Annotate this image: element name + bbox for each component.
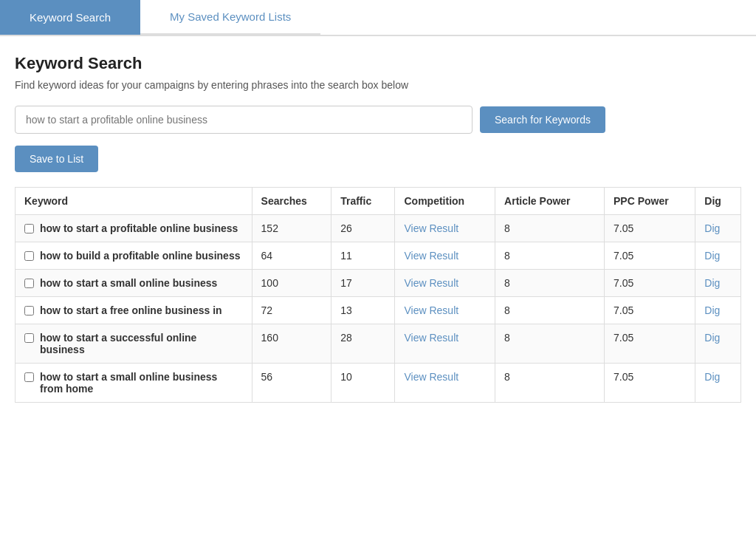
article-power-cell: 8 — [495, 297, 605, 324]
keyword-cell: how to start a small online business — [16, 270, 252, 297]
row-checkbox[interactable] — [24, 372, 34, 382]
traffic-cell: 28 — [331, 324, 395, 364]
table-row: how to start a free online business in 7… — [16, 297, 741, 324]
dig-link[interactable]: Dig — [704, 304, 720, 316]
traffic-cell: 13 — [331, 297, 395, 324]
view-result-link[interactable]: View Result — [404, 332, 458, 344]
ppc-power-cell: 7.05 — [605, 215, 695, 242]
ppc-power-cell: 7.05 — [605, 242, 695, 270]
page-content: Keyword Search Find keyword ideas for yo… — [0, 36, 756, 420]
view-result-link[interactable]: View Result — [404, 277, 458, 289]
keyword-cell: how to start a small online business fro… — [16, 364, 252, 403]
search-input[interactable] — [15, 106, 472, 134]
page-title: Keyword Search — [15, 54, 741, 73]
view-result-link[interactable]: View Result — [404, 222, 458, 234]
search-button[interactable]: Search for Keywords — [480, 106, 605, 133]
searches-cell: 56 — [252, 364, 331, 403]
row-checkbox[interactable] — [24, 306, 34, 316]
dig-link[interactable]: Dig — [704, 371, 720, 383]
keyword-text: how to start a free online business in — [40, 304, 222, 316]
search-row: Search for Keywords — [15, 106, 741, 134]
page-subtitle: Find keyword ideas for your campaigns by… — [15, 79, 741, 91]
keyword-cell: how to build a profitable online busines… — [16, 242, 252, 270]
dig-cell[interactable]: Dig — [695, 364, 741, 403]
keyword-cell: how to start a free online business in — [16, 297, 252, 324]
ppc-power-cell: 7.05 — [605, 324, 695, 364]
article-power-cell: 8 — [495, 324, 605, 364]
ppc-power-cell: 7.05 — [605, 364, 695, 403]
row-checkbox[interactable] — [24, 224, 34, 233]
table-row: how to start a small online business 100… — [16, 270, 741, 297]
dig-cell[interactable]: Dig — [695, 297, 741, 324]
traffic-cell: 26 — [331, 215, 395, 242]
searches-cell: 64 — [252, 242, 331, 270]
dig-cell[interactable]: Dig — [695, 270, 741, 297]
keyword-text: how to build a profitable online busines… — [40, 250, 240, 262]
table-row: how to build a profitable online busines… — [16, 242, 741, 270]
ppc-power-cell: 7.05 — [605, 270, 695, 297]
tabs-container: Keyword Search My Saved Keyword Lists — [0, 0, 756, 36]
dig-cell[interactable]: Dig — [695, 242, 741, 270]
dig-link[interactable]: Dig — [704, 277, 720, 289]
competition-cell[interactable]: View Result — [395, 364, 495, 403]
tab-keyword-search[interactable]: Keyword Search — [0, 0, 140, 35]
row-checkbox[interactable] — [24, 333, 34, 343]
searches-cell: 152 — [252, 215, 331, 242]
table-row: how to start a successful online busines… — [16, 324, 741, 364]
col-header-searches: Searches — [252, 188, 331, 215]
table-row: how to start a small online business fro… — [16, 364, 741, 403]
keyword-cell: how to start a successful online busines… — [16, 324, 252, 364]
searches-cell: 100 — [252, 270, 331, 297]
row-checkbox[interactable] — [24, 251, 34, 261]
view-result-link[interactable]: View Result — [404, 371, 458, 383]
competition-cell[interactable]: View Result — [395, 270, 495, 297]
view-result-link[interactable]: View Result — [404, 304, 458, 316]
competition-cell[interactable]: View Result — [395, 215, 495, 242]
competition-cell[interactable]: View Result — [395, 324, 495, 364]
article-power-cell: 8 — [495, 270, 605, 297]
row-checkbox[interactable] — [24, 279, 34, 288]
competition-cell[interactable]: View Result — [395, 297, 495, 324]
save-to-list-button[interactable]: Save to List — [15, 146, 98, 172]
traffic-cell: 10 — [331, 364, 395, 403]
col-header-competition: Competition — [395, 188, 495, 215]
searches-cell: 72 — [252, 297, 331, 324]
traffic-cell: 17 — [331, 270, 395, 297]
dig-cell[interactable]: Dig — [695, 215, 741, 242]
article-power-cell: 8 — [495, 364, 605, 403]
competition-cell[interactable]: View Result — [395, 242, 495, 270]
col-header-ppc-power: PPC Power — [605, 188, 695, 215]
tab-saved-lists[interactable]: My Saved Keyword Lists — [140, 0, 320, 35]
col-header-traffic: Traffic — [331, 188, 395, 215]
dig-link[interactable]: Dig — [704, 222, 720, 234]
ppc-power-cell: 7.05 — [605, 297, 695, 324]
col-header-dig: Dig — [695, 188, 741, 215]
dig-link[interactable]: Dig — [704, 250, 720, 262]
article-power-cell: 8 — [495, 242, 605, 270]
article-power-cell: 8 — [495, 215, 605, 242]
results-table: Keyword Searches Traffic Competition Art… — [15, 187, 741, 403]
dig-link[interactable]: Dig — [704, 332, 720, 344]
keyword-text: how to start a profitable online busines… — [40, 222, 238, 234]
dig-cell[interactable]: Dig — [695, 324, 741, 364]
keyword-text: how to start a small online business — [40, 277, 217, 289]
keyword-cell: how to start a profitable online busines… — [16, 215, 252, 242]
col-header-keyword: Keyword — [16, 188, 252, 215]
table-row: how to start a profitable online busines… — [16, 215, 741, 242]
traffic-cell: 11 — [331, 242, 395, 270]
view-result-link[interactable]: View Result — [404, 250, 458, 262]
keyword-text: how to start a small online business fro… — [40, 371, 243, 395]
col-header-article-power: Article Power — [495, 188, 605, 215]
searches-cell: 160 — [252, 324, 331, 364]
keyword-text: how to start a successful online busines… — [40, 332, 243, 355]
